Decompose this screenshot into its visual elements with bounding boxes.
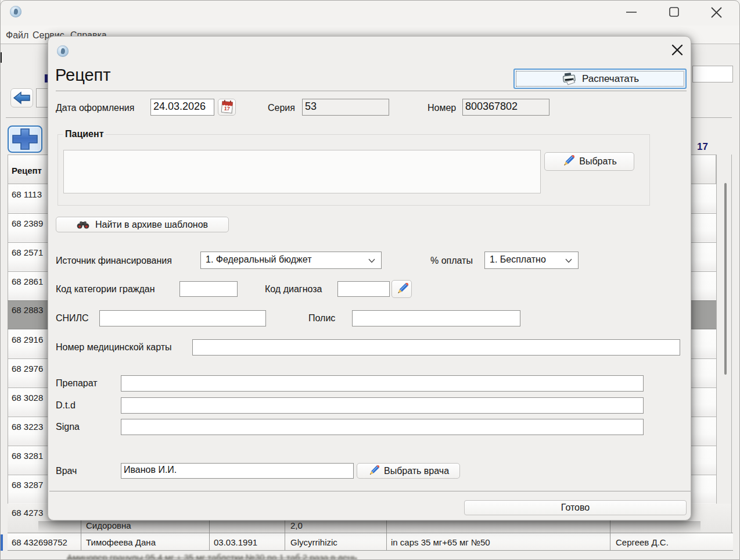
svg-text:17: 17 <box>224 106 230 112</box>
